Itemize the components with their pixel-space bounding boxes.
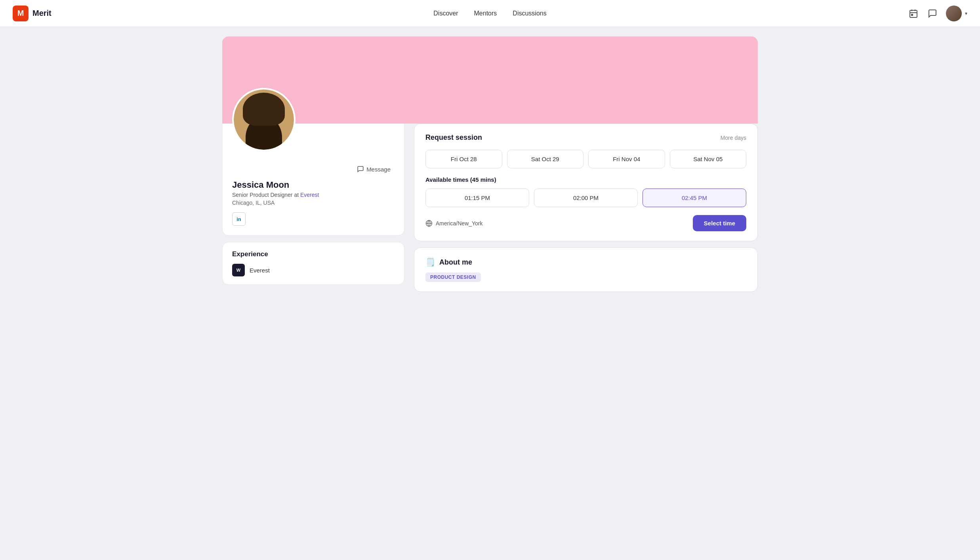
tag-product-design: PRODUCT DESIGN <box>425 272 481 282</box>
about-card: 🗒️ About me PRODUCT DESIGN <box>414 248 758 292</box>
more-days-button[interactable]: More days <box>721 135 746 141</box>
chevron-down-icon: ▾ <box>965 11 967 16</box>
about-tags: PRODUCT DESIGN <box>425 272 746 282</box>
profile-card: Message Jessica Moon Senior Product Desi… <box>222 124 404 236</box>
nav-discussions[interactable]: Discussions <box>513 10 546 17</box>
experience-item: W Everest <box>232 264 395 276</box>
calendar-icon[interactable] <box>908 8 919 19</box>
svg-rect-0 <box>910 10 917 17</box>
globe-icon <box>425 220 433 227</box>
page-container: Message Jessica Moon Senior Product Desi… <box>213 27 767 301</box>
nav-discover[interactable]: Discover <box>433 10 458 17</box>
nav-links: Discover Mentors Discussions <box>433 10 546 17</box>
navbar: M Merit Discover Mentors Discussions <box>0 0 980 27</box>
time-btn-2[interactable]: 02:45 PM <box>643 189 746 207</box>
navbar-actions: ▾ <box>908 6 967 21</box>
logo: M <box>13 6 29 21</box>
profile-location: Chicago, IL, USA <box>232 200 395 206</box>
about-header: 🗒️ About me <box>425 257 746 267</box>
chat-icon[interactable] <box>927 8 938 19</box>
session-card: Request session More days Fri Oct 28 Sat… <box>414 124 758 241</box>
time-options: 01:15 PM 02:00 PM 02:45 PM <box>425 189 746 207</box>
left-panel: Message Jessica Moon Senior Product Desi… <box>222 124 404 285</box>
company-exp-name: Everest <box>250 267 270 274</box>
profile-layout: Message Jessica Moon Senior Product Desi… <box>222 124 758 292</box>
svg-rect-4 <box>911 14 913 15</box>
session-header: Request session More days <box>425 133 746 142</box>
logo-letter: M <box>17 9 24 18</box>
session-title: Request session <box>425 133 482 142</box>
profile-name: Jessica Moon <box>232 180 395 190</box>
timezone-label: America/New_York <box>436 220 483 227</box>
time-btn-0[interactable]: 01:15 PM <box>425 189 529 207</box>
profile-banner <box>222 36 758 124</box>
message-label: Message <box>366 166 391 173</box>
timezone-info: America/New_York <box>425 220 483 227</box>
date-btn-2[interactable]: Fri Nov 04 <box>588 150 665 168</box>
right-panel: Request session More days Fri Oct 28 Sat… <box>414 124 758 292</box>
experience-title: Experience <box>232 250 395 258</box>
about-icon: 🗒️ <box>425 257 435 267</box>
company-name: Everest <box>300 192 319 198</box>
select-time-button[interactable]: Select time <box>693 215 746 231</box>
avatar <box>232 88 296 151</box>
message-button[interactable]: Message <box>353 163 395 175</box>
session-footer: America/New_York Select time <box>425 215 746 231</box>
time-btn-1[interactable]: 02:00 PM <box>534 189 638 207</box>
available-times-label: Available times (45 mins) <box>425 176 746 183</box>
date-btn-1[interactable]: Sat Oct 29 <box>507 150 584 168</box>
about-title: About me <box>439 258 472 267</box>
avatar-image <box>946 6 962 21</box>
profile-title: Senior Product Designer at Everest <box>232 192 395 198</box>
brand: M Merit <box>13 6 51 21</box>
user-avatar[interactable] <box>946 6 962 21</box>
avatar-image <box>234 90 294 150</box>
date-btn-0[interactable]: Fri Oct 28 <box>425 150 502 168</box>
nav-mentors[interactable]: Mentors <box>474 10 497 17</box>
experience-section: Experience W Everest <box>222 242 404 285</box>
company-logo: W <box>232 264 245 276</box>
date-btn-3[interactable]: Sat Nov 05 <box>670 150 747 168</box>
linkedin-button[interactable]: in <box>232 212 246 226</box>
message-icon <box>357 166 364 173</box>
date-options: Fri Oct 28 Sat Oct 29 Fri Nov 04 Sat Nov… <box>425 150 746 168</box>
user-menu[interactable]: ▾ <box>946 6 967 21</box>
brand-name: Merit <box>32 9 51 18</box>
